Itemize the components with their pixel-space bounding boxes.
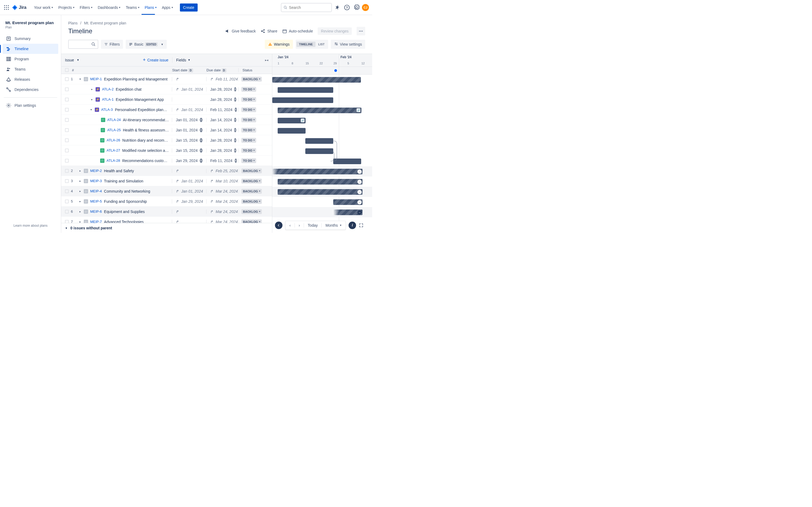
row-checkbox[interactable] bbox=[65, 88, 69, 91]
timeline-row[interactable]: 🔗 bbox=[272, 115, 372, 125]
due-date-header[interactable]: Due date bbox=[206, 68, 221, 72]
timeline-row[interactable]: → bbox=[272, 197, 372, 207]
status-lozenge[interactable]: TO DO ▾ bbox=[241, 107, 256, 112]
row-checkbox[interactable] bbox=[65, 169, 69, 173]
timeline-bar[interactable]: 🔗 bbox=[277, 118, 306, 123]
sidebar-item-plan-settings[interactable]: Plan settings bbox=[3, 100, 58, 111]
issue-key[interactable]: ATLA-27 bbox=[107, 148, 120, 152]
issue-column-header[interactable]: Issue bbox=[65, 58, 74, 62]
row-checkbox[interactable] bbox=[65, 108, 69, 112]
clear-icon[interactable]: ✕ bbox=[234, 128, 236, 132]
prev-period-button[interactable]: ‹ bbox=[286, 223, 295, 227]
timeline-row[interactable] bbox=[272, 125, 372, 136]
sidebar-item-summary[interactable]: Summary bbox=[3, 34, 58, 44]
issue-row[interactable]: 5▸◇MEIP-5Funding and Sponsorship↱Jan 29,… bbox=[61, 196, 272, 207]
list-toggle[interactable]: LIST bbox=[315, 42, 327, 47]
expand-toggle[interactable]: ▾ bbox=[79, 77, 82, 80]
filters-button[interactable]: Filters bbox=[101, 40, 123, 49]
timeline-bar[interactable] bbox=[277, 128, 306, 133]
auto-schedule-button[interactable]: Auto-schedule bbox=[282, 29, 313, 34]
app-switcher-icon[interactable] bbox=[3, 4, 10, 11]
expand-toggle[interactable]: ▸ bbox=[90, 88, 93, 91]
issue-key[interactable]: MEIP-3 bbox=[90, 179, 102, 183]
status-lozenge[interactable]: BACKLOG ▾ bbox=[241, 77, 262, 81]
issue-row[interactable]: 7▸◇MEIP-7Advanced Technologies↱↱Mar 24, … bbox=[61, 217, 272, 223]
status-lozenge[interactable]: BACKLOG ▾ bbox=[241, 189, 262, 194]
timeline-row[interactable] bbox=[272, 85, 372, 95]
issue-row[interactable]: 3▸◇MEIP-3Training and Simulation↱Jan 01,… bbox=[61, 176, 272, 186]
issue-row[interactable]: □ATLA-26Nutrition diary and recommen…Jan… bbox=[61, 135, 272, 146]
timeline-row[interactable]: → bbox=[272, 176, 372, 187]
issue-key[interactable]: MEIP-2 bbox=[90, 169, 102, 173]
issue-key[interactable]: ATLA-28 bbox=[107, 159, 120, 163]
status-lozenge[interactable]: TO DO ▾ bbox=[241, 97, 256, 102]
timeline-bar[interactable] bbox=[333, 159, 361, 164]
scroll-left-button[interactable] bbox=[275, 222, 283, 229]
timeline-row[interactable] bbox=[272, 146, 372, 156]
zoom-level-dropdown[interactable]: Months ▼ bbox=[321, 223, 346, 227]
expand-toggle[interactable]: ▸ bbox=[79, 200, 82, 203]
issue-row[interactable]: □ATLA-27Modified route selection accor…J… bbox=[61, 146, 272, 156]
issue-key[interactable]: MEIP-7 bbox=[90, 220, 102, 223]
expand-toggle[interactable]: ▸ bbox=[90, 98, 93, 101]
settings-icon[interactable] bbox=[352, 3, 361, 12]
clear-icon[interactable]: ✕ bbox=[200, 148, 202, 153]
timeline-bar[interactable]: → bbox=[339, 210, 362, 215]
row-checkbox[interactable] bbox=[65, 149, 69, 152]
issue-row[interactable]: □ATLA-24AI-itinerary recommendationJan 0… bbox=[61, 115, 272, 125]
timeline-row[interactable] bbox=[272, 74, 372, 85]
issue-key[interactable]: ATLA-24 bbox=[107, 118, 121, 122]
timeline-bar[interactable]: → bbox=[277, 179, 362, 184]
expand-toggle[interactable]: ▸ bbox=[79, 190, 82, 192]
issue-key[interactable]: MEIP-6 bbox=[90, 210, 102, 214]
create-button[interactable]: Create bbox=[180, 3, 198, 11]
issue-key[interactable]: MEIP-1 bbox=[90, 77, 102, 81]
help-icon[interactable]: ? bbox=[343, 3, 351, 12]
clear-icon[interactable]: ✕ bbox=[234, 87, 236, 92]
row-checkbox[interactable] bbox=[65, 220, 69, 223]
issue-key[interactable]: ATLA-3 bbox=[101, 108, 113, 112]
clear-icon[interactable]: ✕ bbox=[234, 97, 236, 102]
timeline-bar[interactable] bbox=[272, 77, 361, 82]
issue-row[interactable]: 4▸◇MEIP-4Community and Networking↱Jan 01… bbox=[61, 186, 272, 196]
row-checkbox[interactable] bbox=[65, 179, 69, 183]
row-checkbox[interactable] bbox=[65, 200, 69, 203]
timeline-bar[interactable]: → bbox=[277, 189, 362, 195]
row-checkbox[interactable] bbox=[65, 118, 69, 122]
clear-icon[interactable]: ✕ bbox=[200, 159, 202, 163]
issues-without-parent[interactable]: ▼ 0 issues without parent bbox=[61, 223, 272, 233]
issue-row[interactable]: 6▸◇MEIP-6Equipment and Supplies↱↱Mar 24,… bbox=[61, 207, 272, 217]
clear-icon[interactable]: ✕ bbox=[234, 138, 236, 143]
issue-row[interactable]: □ATLA-28Recommendations customizat…Jan 2… bbox=[61, 156, 272, 166]
status-lozenge[interactable]: TO DO ▾ bbox=[241, 148, 256, 153]
timeline-bar[interactable] bbox=[277, 87, 333, 93]
status-header[interactable]: Status bbox=[243, 68, 252, 72]
give-feedback-button[interactable]: Give feedback bbox=[225, 29, 256, 34]
user-avatar[interactable]: CJ bbox=[362, 4, 369, 11]
plan-search[interactable] bbox=[68, 40, 98, 49]
status-lozenge[interactable]: TO DO ▾ bbox=[241, 128, 256, 132]
sidebar-item-teams[interactable]: Teams bbox=[3, 64, 58, 74]
issue-key[interactable]: ATLA-25 bbox=[107, 128, 120, 132]
expand-toggle[interactable]: ▾ bbox=[90, 108, 92, 111]
timeline-bar[interactable] bbox=[305, 138, 333, 144]
view-settings-button[interactable]: View settings bbox=[331, 40, 365, 49]
warnings-button[interactable]: Warnings bbox=[265, 40, 293, 49]
nav-teams[interactable]: Teams ▾ bbox=[123, 4, 142, 11]
expand-toggle[interactable]: ▸ bbox=[79, 179, 82, 182]
next-period-button[interactable]: › bbox=[295, 223, 304, 227]
nav-plans[interactable]: Plans ▾ bbox=[142, 4, 159, 11]
fullscreen-button[interactable] bbox=[359, 223, 364, 228]
breadcrumb-current[interactable]: Mt. Everest program plan bbox=[84, 21, 126, 25]
clear-icon[interactable]: ✕ bbox=[200, 128, 202, 132]
timeline-row[interactable]: 🔗 bbox=[272, 105, 372, 115]
nav-dashboards[interactable]: Dashboards ▾ bbox=[95, 4, 123, 11]
nav-your-work[interactable]: Your work ▾ bbox=[31, 4, 56, 11]
search-input[interactable] bbox=[289, 5, 329, 10]
breadcrumb-plans[interactable]: Plans bbox=[68, 21, 78, 25]
sidebar-item-timeline[interactable]: Timeline bbox=[3, 44, 58, 54]
clear-icon[interactable]: ✕ bbox=[200, 118, 202, 122]
status-lozenge[interactable]: BACKLOG ▾ bbox=[241, 219, 262, 223]
timeline-row[interactable] bbox=[272, 136, 372, 146]
timeline-bar[interactable]: → bbox=[333, 199, 362, 205]
